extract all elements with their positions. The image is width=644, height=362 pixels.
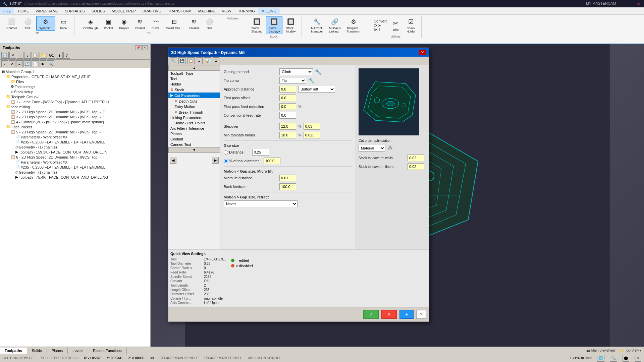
nav-coolant[interactable]: Coolant: [168, 136, 220, 142]
tree-properties[interactable]: 📁 Properties - GENERIC HAAS ST 4X MT_LAT…: [6, 74, 149, 79]
micro-lift-input[interactable]: [279, 175, 296, 181]
tree-op6[interactable]: 📋 6 - 2D High Speed (2D Dynamic Mill) - …: [11, 155, 149, 160]
tab-solids[interactable]: Solids: [27, 348, 47, 354]
nav-cut-parameters[interactable]: ▶ Cut Parameters: [168, 93, 220, 98]
tree-op5-geom[interactable]: ◇ Geometry - (1) chain(s): [15, 144, 149, 149]
dialog-tool-1[interactable]: 🔧: [170, 57, 177, 64]
tree-op5-params[interactable]: 📄 Parameters - Work offset #0: [15, 134, 149, 139]
toolbar-btn-all[interactable]: ≡: [16, 60, 23, 67]
menu-home[interactable]: HOME: [14, 8, 32, 14]
tree-op5-toolpath[interactable]: ▶ Toolpath - 159.3K - FACE_CONTOUR_AND_D…: [15, 149, 149, 155]
toolbar-btn-2[interactable]: ✕: [9, 52, 16, 59]
toolbar-btn-3[interactable]: ↑: [17, 52, 23, 59]
gap-pct-input[interactable]: [264, 158, 280, 164]
min-toolpath-pct-input[interactable]: [279, 132, 296, 138]
tab-levels[interactable]: Levels: [68, 348, 88, 354]
ribbon-btn-parallel[interactable]: ≋ Parallel: [132, 16, 147, 31]
ribbon-btn-parallel2[interactable]: ≋ Parallel: [186, 16, 201, 31]
dialog-tool-list[interactable]: ≡: [196, 57, 203, 64]
dialog-cancel-button[interactable]: ✕: [381, 310, 397, 319]
menu-solids[interactable]: SOLIDS: [88, 8, 108, 14]
panel-pin-button[interactable]: 📌: [135, 45, 142, 50]
tree-toolpath-group[interactable]: 📁 Toolpath Group-1: [6, 94, 149, 99]
nav-holder[interactable]: Holder: [168, 81, 220, 87]
toolbar-btn-6[interactable]: 📁: [40, 52, 47, 59]
tree-op2[interactable]: 📋 2 - 2D High Speed (2D Dynamic Mill) - …: [11, 109, 149, 114]
minimize-button[interactable]: ─: [622, 1, 627, 6]
tab-toolpaths[interactable]: Toolpaths: [0, 348, 27, 354]
tree-lathe-face[interactable]: 📋 1 - Lathe Face - [WCS: Top] - [Tplane:…: [11, 99, 149, 104]
toolbar-btn-info[interactable]: ℹ: [56, 52, 63, 59]
dialog-tool-save[interactable]: 💾: [178, 57, 186, 64]
ribbon-btn-check-holder[interactable]: ☑ CheckHolder: [404, 16, 418, 34]
conventional-feed-input[interactable]: [279, 112, 296, 119]
cut-order-select[interactable]: Material Area: [359, 145, 385, 152]
tree-face-milling[interactable]: 📁 face milling: [6, 104, 149, 109]
dialog-tool-copy[interactable]: 📋: [187, 57, 195, 64]
nav-entry-motion[interactable]: Entry Motion: [168, 104, 220, 109]
toolbar-btn-5[interactable]: 📋: [32, 52, 39, 59]
toolbar-btn-verify[interactable]: 🔍: [47, 60, 54, 67]
gap-pct-radio-item[interactable]: % of tool diameter: [224, 159, 259, 163]
tree-files[interactable]: 📁 Files: [11, 79, 149, 84]
tree-op3[interactable]: 📋 3 - 2D High Speed (2D Dynamic Mill) - …: [11, 114, 149, 119]
stepover-pct-input[interactable]: [279, 123, 296, 130]
dialog-help-button[interactable]: ?: [416, 310, 426, 319]
tip-comp-select[interactable]: Tip Center: [279, 77, 306, 84]
nav-linking[interactable]: Linking Parameters: [168, 115, 220, 120]
ribbon-btn-face[interactable]: ▭ Face: [57, 16, 71, 31]
menu-view[interactable]: VIEW: [219, 8, 235, 14]
toolbar-btn-check[interactable]: ✓: [1, 60, 8, 67]
toolbar-btn-x2[interactable]: ✕: [9, 60, 15, 67]
status-globe-btn[interactable]: 🌐: [597, 355, 604, 362]
toolbar-btn-help[interactable]: ?: [63, 52, 70, 59]
tree-op6-params[interactable]: 📄 Parameters - Work offset #0: [15, 160, 149, 165]
tree-op6-toolpath[interactable]: ▶ Toolpath - 75.4K - FACE_CONTOUR_AND_DR…: [15, 175, 149, 180]
menu-machine[interactable]: MACHINE: [195, 8, 219, 14]
ribbon-btn-optirough[interactable]: ◈ OptiRough: [81, 16, 100, 31]
nav-arc-filter[interactable]: Arc Filter / Tolerance: [168, 126, 220, 131]
tree-op4[interactable]: 📋 4 - Contour (2D) - [WCS: Top] - [Tplan…: [11, 119, 149, 124]
dialog-title-bar[interactable]: 2D High Speed Toolpath - Dynamic Mill ✕: [168, 48, 429, 57]
tree-op6-geom[interactable]: ◇ Geometry - (1) chain(s): [15, 170, 149, 175]
ribbon-btn-multiaxis-linking[interactable]: 🔗 MultiaxisLinking: [327, 16, 343, 34]
panel-close-button[interactable]: ✕: [142, 45, 148, 50]
toolbar-btn-1[interactable]: 🔃: [1, 52, 9, 59]
toolbar-btn-g1[interactable]: G1: [48, 52, 55, 59]
dialog-tool-5[interactable]: 📊: [204, 57, 211, 64]
nav-left-btn[interactable]: ◀: [170, 157, 176, 164]
status-dot-btn[interactable]: ⬤: [623, 355, 629, 362]
menu-transform[interactable]: TRANSFORM: [165, 8, 195, 14]
ribbon-btn-curve[interactable]: 〰 Curve: [149, 16, 163, 31]
nav-depth-cuts[interactable]: ⊗ Depth Cuts: [168, 98, 220, 104]
close-button[interactable]: ✕: [636, 1, 641, 6]
back-feedrate-input[interactable]: [279, 183, 296, 190]
ribbon-btn-drill[interactable]: ⚪ Drill: [21, 16, 35, 31]
menu-milling[interactable]: MILLING: [258, 8, 280, 14]
menu-wireframe[interactable]: WIREFRAME: [32, 8, 61, 14]
stock-walls-input[interactable]: [408, 155, 424, 161]
ribbon-btn-stock-display[interactable]: 🔲 StockDisplay▾: [266, 16, 282, 34]
toolbar-btn-4[interactable]: ↓: [24, 52, 31, 59]
tree-op5-tool[interactable]: 📄 #235 - 0.2500 FLAT ENDMILL - 1/4 FLAT …: [15, 139, 149, 144]
tab-planes[interactable]: Planes: [47, 348, 68, 354]
menu-model-prep[interactable]: MODEL PREP: [108, 8, 139, 14]
ribbon-btn-toolpath-transform[interactable]: ⚙ ToolpathTransform: [344, 16, 363, 34]
motion-retract-select[interactable]: Never Always: [224, 200, 298, 207]
gap-distance-input[interactable]: [252, 149, 269, 156]
ribbon-btn-contour[interactable]: ⬜ Contour: [4, 16, 19, 31]
ribbon-btn-trim[interactable]: ✂ Trim: [388, 18, 402, 33]
approach-position-select[interactable]: Bottom left Top left Top right Bottom ri…: [298, 86, 335, 93]
ribbon-btn-drill2[interactable]: ⚪ Drill: [202, 16, 216, 31]
nav-home-ref[interactable]: Home / Ref. Points: [168, 120, 220, 126]
ribbon-btn-stock-shading[interactable]: 🔲 StockShading: [249, 16, 265, 34]
approach-distance-input[interactable]: [279, 86, 296, 93]
status-settings-btn[interactable]: ⚙: [635, 355, 641, 362]
dialog-add-button[interactable]: +: [399, 310, 414, 319]
tree-face-pocket[interactable]: 📁 Face Pocket: [6, 124, 149, 129]
menu-file[interactable]: FILE: [0, 8, 14, 14]
dialog-ok-button[interactable]: ✓: [363, 310, 379, 319]
maximize-button[interactable]: □: [629, 1, 634, 6]
tab-recent[interactable]: Recent Functions: [88, 348, 127, 354]
status-zoom-btn[interactable]: 🔍: [610, 355, 617, 362]
